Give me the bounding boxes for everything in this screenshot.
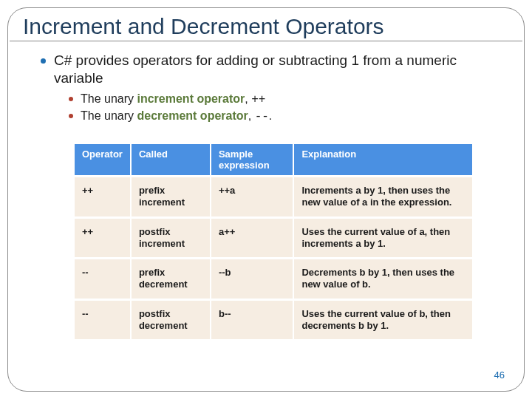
- operators-table: Operator Called Sample expression Explan…: [75, 144, 472, 339]
- code-plus-plus: ++: [251, 93, 265, 106]
- term-decrement-operator: decrement operator: [137, 109, 248, 122]
- cell-sample: ++a: [211, 177, 294, 218]
- bullet-sub-increment: The unary increment operator, ++: [69, 92, 502, 108]
- col-operator: Operator: [75, 144, 131, 177]
- sub2-post: ,: [248, 109, 255, 122]
- page-number: 46: [494, 369, 505, 381]
- col-sample: Sample expression: [211, 144, 294, 177]
- table-row: ++ postfix increment a++ Uses the curren…: [75, 217, 472, 259]
- cell-exp: Decrements b by 1, then uses the new val…: [293, 259, 472, 300]
- bullet-main: C# provides operators for adding or subt…: [41, 52, 502, 125]
- operators-table-wrap: Operator Called Sample expression Explan…: [75, 144, 472, 339]
- cell-op: --: [75, 299, 131, 339]
- cell-exp: Uses the current value of b, then decrem…: [293, 299, 472, 339]
- table-row: ++ prefix increment ++a Increments a by …: [75, 177, 472, 218]
- code-minus-minus: --: [255, 110, 269, 123]
- cell-called: prefix decrement: [131, 259, 211, 300]
- table-header-row: Operator Called Sample expression Explan…: [75, 144, 472, 177]
- cell-called: prefix increment: [131, 177, 211, 218]
- cell-exp: Increments a by 1, then uses the new val…: [293, 177, 472, 218]
- cell-op: ++: [75, 177, 131, 218]
- cell-called: postfix decrement: [131, 299, 211, 339]
- bullet-main-text: C# provides operators for adding or subt…: [54, 52, 457, 86]
- table-row: -- prefix decrement --b Decrements b by …: [75, 259, 472, 300]
- sub1-pre: The unary: [81, 92, 137, 105]
- cell-op: ++: [75, 217, 131, 259]
- term-increment-operator: increment operator: [137, 92, 245, 105]
- cell-sample: b--: [211, 299, 294, 339]
- sub1-post: ,: [245, 92, 251, 105]
- slide-content: C# provides operators for adding or subt…: [8, 41, 524, 339]
- col-called: Called: [131, 144, 211, 177]
- slide-frame: Increment and Decrement Operators C# pro…: [7, 7, 525, 392]
- table-row: -- postfix decrement b-- Uses the curren…: [75, 299, 472, 339]
- cell-sample: --b: [211, 259, 294, 300]
- sub2-pre: The unary: [81, 109, 137, 122]
- cell-called: postfix increment: [131, 217, 211, 259]
- sub2-end: .: [269, 109, 272, 122]
- cell-op: --: [75, 259, 131, 300]
- cell-exp: Uses the current value of a, then increm…: [293, 217, 472, 259]
- slide-title: Increment and Decrement Operators: [10, 8, 522, 41]
- col-explanation: Explanation: [293, 144, 472, 177]
- cell-sample: a++: [211, 217, 294, 259]
- bullet-sub-decrement: The unary decrement operator, --.: [69, 109, 502, 125]
